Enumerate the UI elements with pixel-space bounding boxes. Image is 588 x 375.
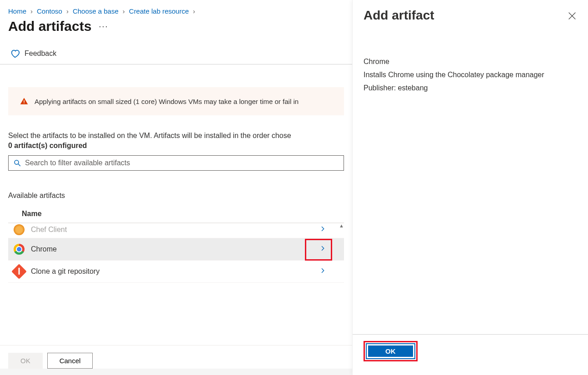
search-icon <box>13 159 21 167</box>
chevron-right-icon: › <box>191 7 198 15</box>
chevron-right-icon: › <box>64 7 71 15</box>
close-icon[interactable] <box>567 11 577 21</box>
chrome-icon <box>14 244 25 255</box>
svg-line-1 <box>18 164 20 166</box>
chef-icon <box>14 224 25 235</box>
breadcrumb-home[interactable]: Home <box>8 7 26 15</box>
warning-icon <box>20 97 28 105</box>
panel-title: Add artifact <box>364 8 434 23</box>
warning-text: Applying artifacts on small sized (1 cor… <box>35 98 299 105</box>
more-icon[interactable]: ··· <box>99 22 108 31</box>
chevron-right-icon[interactable] <box>316 245 329 254</box>
artifact-description: Installs Chrome using the Chocolatey pac… <box>364 69 577 82</box>
artifact-list: Chef Client Chrome Clone a git repositor… <box>8 223 344 283</box>
breadcrumb-create-lab-resource[interactable]: Create lab resource <box>129 7 189 15</box>
bottom-band <box>0 369 352 375</box>
chevron-right-icon: › <box>120 7 127 15</box>
feedback-label: Feedback <box>25 49 56 58</box>
highlight-box: OK <box>364 341 418 361</box>
scrollbar[interactable]: ▲ <box>338 223 344 283</box>
intro-text: Select the artifacts to be installed on … <box>0 115 352 140</box>
cancel-button[interactable]: Cancel <box>47 353 93 369</box>
chevron-right-icon[interactable] <box>316 225 329 234</box>
heart-icon <box>10 49 20 59</box>
list-item-label: Chrome <box>31 245 309 253</box>
footer: OK Cancel <box>0 345 352 369</box>
artifact-publisher: Publisher: estebang <box>364 82 577 95</box>
scroll-up-icon[interactable]: ▲ <box>339 223 344 228</box>
search-box[interactable] <box>8 155 344 171</box>
name-column-header[interactable]: Name <box>8 204 344 223</box>
ok-button: OK <box>8 353 43 369</box>
available-artifacts-title: Available artifacts <box>0 171 352 204</box>
artifact-name: Chrome <box>364 55 577 69</box>
artifacts-configured-count: 0 artifact(s) configured <box>0 140 352 155</box>
add-artifact-panel: Add artifact Chrome Installs Chrome usin… <box>352 0 588 375</box>
breadcrumb-contoso[interactable]: Contoso <box>37 7 62 15</box>
git-icon <box>14 266 25 277</box>
list-item-label: Clone a git repository <box>31 267 309 276</box>
panel-ok-button[interactable]: OK <box>367 344 414 358</box>
list-item[interactable]: Chrome <box>8 238 344 261</box>
chevron-right-icon[interactable] <box>316 267 329 276</box>
list-item[interactable]: Clone a git repository <box>8 261 344 283</box>
list-item-label: Chef Client <box>31 226 309 234</box>
svg-point-0 <box>15 160 19 164</box>
chevron-right-icon: › <box>28 7 35 15</box>
feedback-button[interactable]: Feedback <box>0 42 352 64</box>
page-title: Add artifacts <box>8 19 91 34</box>
list-item[interactable]: Chef Client <box>8 223 344 238</box>
breadcrumb: Home › Contoso › Choose a base › Create … <box>0 0 352 19</box>
breadcrumb-choose-base[interactable]: Choose a base <box>73 7 119 15</box>
warning-banner: Applying artifacts on small sized (1 cor… <box>8 87 344 115</box>
search-input[interactable] <box>25 159 339 167</box>
